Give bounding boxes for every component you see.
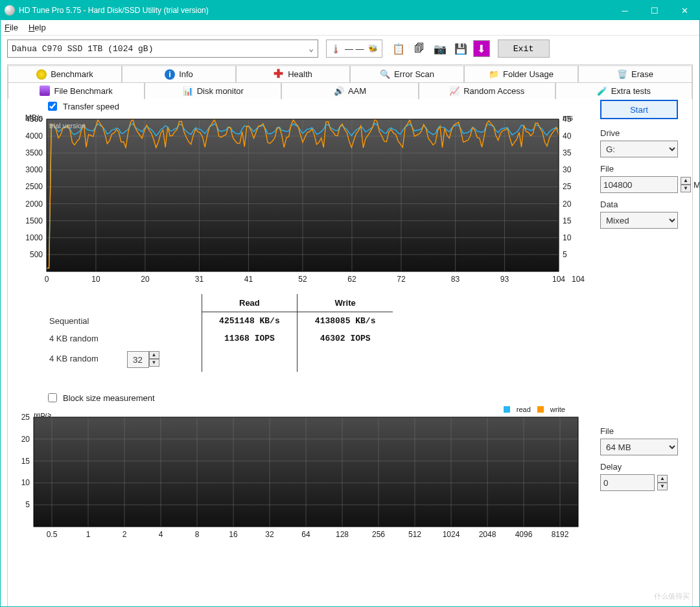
svg-text:1024: 1024 [443, 530, 460, 539]
trash-icon: 🗑️ [617, 69, 627, 80]
menu-file[interactable]: File [5, 23, 18, 32]
folder-icon: 📁 [489, 69, 499, 80]
svg-text:41: 41 [244, 275, 253, 284]
monitor-icon: 📊 [183, 86, 193, 97]
speaker-icon: 🔊 [334, 86, 344, 97]
tab-frame: Benchmark iInfo ✚Health 🔍Error Scan 📁Fol… [7, 64, 693, 607]
svg-text:35: 35 [563, 148, 572, 157]
svg-text:2500: 2500 [25, 182, 43, 191]
thermometer-icon: 🌡️ [331, 44, 341, 54]
tab-error-scan[interactable]: 🔍Error Scan [350, 65, 464, 82]
transfer-speed-chart: 5001000150020002500300035004000450051015… [14, 113, 585, 288]
tab-file-benchmark[interactable]: File Benchmark [8, 82, 145, 99]
queue-depth-stepper[interactable]: ▲▼ [149, 351, 159, 368]
file-label: File [600, 164, 684, 174]
table-row: Sequential4251148 KB/s4138085 KB/s [43, 312, 393, 330]
svg-text:4000: 4000 [25, 132, 43, 141]
svg-text:72: 72 [397, 275, 406, 284]
result-table: ReadWrite Sequential4251148 KB/s4138085 … [43, 294, 393, 372]
svg-text:256: 256 [372, 530, 385, 539]
app-window: HD Tune Pro 5.75 - Hard Disk/SSD Utility… [0, 0, 700, 607]
svg-text:31: 31 [195, 275, 204, 284]
chart2-legend: read write [14, 406, 585, 413]
svg-text:93: 93 [500, 275, 509, 284]
file-size-stepper[interactable]: ▲▼ [681, 177, 691, 192]
window-title: HD Tune Pro 5.75 - Hard Disk/SSD Utility… [19, 6, 610, 15]
random-access-icon: 📈 [449, 86, 460, 97]
minimize-button[interactable]: ─ [610, 1, 640, 20]
table-row: 4 KB random ▲▼ [43, 347, 393, 372]
menu-help[interactable]: Help [29, 23, 46, 32]
svg-text:32: 32 [265, 530, 274, 539]
maximize-button[interactable]: ☐ [640, 1, 670, 20]
svg-text:1: 1 [86, 530, 91, 539]
svg-text:500: 500 [30, 250, 43, 259]
svg-text:4096: 4096 [515, 530, 533, 539]
svg-text:512: 512 [408, 530, 421, 539]
drive-select[interactable]: G: [600, 141, 678, 157]
legend-write-swatch [537, 406, 544, 413]
svg-text:3500: 3500 [25, 148, 43, 157]
options-icon[interactable]: ⬇ [473, 40, 490, 57]
col-write: Write [298, 294, 393, 312]
svg-text:3000: 3000 [25, 165, 43, 174]
toolbar: Dahua C970 SSD 1TB (1024 gB) ⌄ 🌡️ — — 🐝 … [1, 36, 699, 62]
svg-text:2000: 2000 [25, 200, 43, 209]
tab-aam[interactable]: 🔊AAM [281, 82, 418, 99]
svg-text:20: 20 [21, 435, 30, 444]
tab-extra-tests[interactable]: 🧪Extra tests [555, 82, 692, 99]
copy-screenshot-icon[interactable]: 🗐 [411, 40, 428, 57]
svg-text:2: 2 [122, 530, 127, 539]
tab-disk-monitor[interactable]: 📊Disk monitor [145, 82, 281, 99]
menubar: File Help [1, 20, 699, 36]
file-size-unit: MB [694, 180, 700, 190]
file-size-input[interactable] [600, 176, 678, 193]
tab-folder-usage[interactable]: 📁Folder Usage [464, 65, 578, 82]
file2-select[interactable]: 64 MB [600, 439, 678, 455]
copy-text-icon[interactable]: 📋 [390, 40, 407, 57]
queue-depth-input[interactable] [127, 351, 149, 368]
exit-button[interactable]: Exit [498, 40, 550, 58]
start-button[interactable]: Start [600, 100, 678, 119]
svg-text:30: 30 [563, 165, 572, 174]
drive-label: Drive [600, 128, 684, 138]
drive-selector-text: Dahua C970 SSD 1TB (1024 gB) [12, 44, 153, 54]
tab-random-access[interactable]: 📈Random Access [419, 82, 555, 99]
svg-text:16: 16 [229, 530, 238, 539]
data-pattern-select[interactable]: Mixed [600, 212, 678, 229]
svg-text:62: 62 [347, 275, 356, 284]
delay-input[interactable] [600, 474, 655, 491]
delay-stepper[interactable]: ▲▼ [657, 475, 668, 490]
transfer-speed-checkbox[interactable]: Transfer speed [45, 100, 119, 113]
watermark: 什么值得买 [654, 591, 690, 601]
svg-text:25: 25 [563, 182, 572, 191]
temperature-value: — — [345, 44, 364, 54]
close-button[interactable]: ✕ [670, 1, 699, 20]
side-controls-lower: File 64 MB Delay ▲▼ [600, 420, 684, 491]
legend-read-swatch [504, 406, 510, 413]
svg-text:10: 10 [563, 233, 572, 242]
svg-text:MB/s: MB/s [34, 413, 51, 418]
svg-text:128: 128 [336, 530, 349, 539]
screenshot-icon[interactable]: 📷 [432, 40, 449, 57]
svg-text:MB/s: MB/s [25, 113, 43, 122]
delay-label: Delay [600, 462, 684, 472]
svg-text:15: 15 [21, 457, 30, 466]
svg-text:5: 5 [563, 250, 567, 259]
block-size-checkbox[interactable]: Block size measurement [45, 391, 155, 404]
tab-erase[interactable]: 🗑️Erase [578, 65, 692, 82]
tab-health[interactable]: ✚Health [236, 65, 350, 82]
tab-benchmark[interactable]: Benchmark [8, 65, 122, 82]
svg-text:8: 8 [195, 530, 200, 539]
tab-info[interactable]: iInfo [122, 65, 236, 82]
svg-text:83: 83 [451, 275, 460, 284]
svg-text:104: 104 [552, 275, 565, 284]
save-icon[interactable]: 💾 [452, 40, 469, 57]
svg-text:trial version: trial version [49, 122, 86, 130]
table-row: 4 KB random11368 IOPS46302 IOPS [43, 330, 393, 347]
temperature-display: 🌡️ — — 🐝 [326, 40, 382, 58]
drive-selector[interactable]: Dahua C970 SSD 1TB (1024 gB) ⌄ [7, 40, 318, 58]
extra-tests-icon: 🧪 [597, 86, 607, 97]
die-icon: 🐝 [368, 44, 378, 53]
block-size-chart: 5101520250.51248163264128256512102420484… [14, 413, 585, 549]
